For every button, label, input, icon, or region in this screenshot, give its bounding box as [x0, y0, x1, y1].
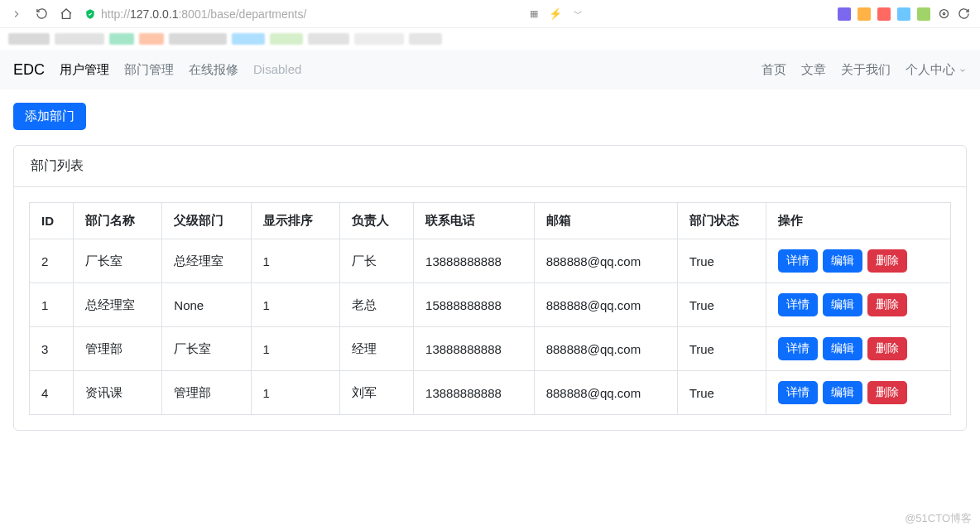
table-cell: True — [677, 283, 766, 327]
table-cell: 888888@qq.com — [534, 283, 677, 327]
table-header-cell: 部门名称 — [74, 203, 162, 239]
table-cell: 管理部 — [162, 371, 251, 415]
table-cell: True — [677, 239, 766, 283]
table-cell: 厂长 — [339, 239, 413, 283]
edit-button[interactable]: 编辑 — [823, 381, 862, 404]
nav-item[interactable]: 部门管理 — [124, 62, 174, 76]
table-cell: 厂长室 — [162, 327, 251, 371]
table-cell: True — [677, 327, 766, 371]
table-cell: 2 — [30, 239, 74, 283]
detail-button[interactable]: 详情 — [778, 249, 818, 273]
edit-button[interactable]: 编辑 — [823, 249, 862, 273]
brand[interactable]: EDC — [13, 61, 45, 79]
action-cell: 详情编辑删除 — [766, 371, 950, 415]
blurred-tabs — [0, 28, 980, 50]
table-header-cell: 联系电话 — [414, 203, 535, 239]
table-cell: None — [162, 283, 251, 327]
nav-item[interactable]: 个人中心 — [906, 62, 967, 78]
add-department-button[interactable]: 添加部门 — [13, 103, 86, 130]
table-row: 1总经理室None1老总15888888888888888@qq.comTrue… — [30, 283, 951, 327]
svg-point-1 — [943, 12, 945, 15]
action-cell: 详情编辑删除 — [766, 283, 950, 327]
detail-button[interactable]: 详情 — [778, 337, 818, 360]
table-cell: 1 — [251, 239, 339, 283]
detail-button[interactable]: 详情 — [778, 381, 818, 404]
table-header-cell: 负责人 — [339, 203, 413, 239]
delete-button[interactable]: 删除 — [867, 337, 907, 360]
nav-item[interactable]: 文章 — [801, 62, 826, 78]
home-icon[interactable] — [60, 7, 73, 21]
table-cell: 厂长室 — [74, 239, 162, 283]
ext-icon[interactable] — [838, 7, 851, 21]
action-cell: 详情编辑删除 — [766, 327, 950, 371]
department-card: 部门列表 ID部门名称父级部门显示排序负责人联系电话邮箱部门状态操作 2厂长室总… — [13, 145, 967, 431]
table-cell: 1 — [251, 283, 339, 327]
chevron-down-icon — [958, 63, 967, 77]
browser-toolbar: http://127.0.0.1:8001/base/departments/ … — [0, 0, 980, 28]
nav-item[interactable]: 用户管理 — [60, 62, 109, 76]
table-cell: 1 — [251, 327, 339, 371]
nav-item[interactable]: 在线报修 — [189, 62, 238, 76]
table-cell: 总经理室 — [162, 239, 251, 283]
table-cell: 888888@qq.com — [534, 371, 677, 415]
table-cell: 刘军 — [339, 371, 413, 415]
table-cell: 13888888888 — [414, 371, 535, 415]
table-header-cell: ID — [30, 203, 74, 239]
chevron-down-icon[interactable]: ﹀ — [574, 7, 583, 20]
detail-button[interactable]: 详情 — [778, 293, 818, 316]
action-cell: 详情编辑删除 — [766, 239, 950, 283]
nav-item[interactable]: 关于我们 — [841, 62, 891, 78]
delete-button[interactable]: 删除 — [867, 381, 907, 404]
ext-icon[interactable] — [877, 7, 891, 21]
ext-icon[interactable] — [917, 7, 930, 21]
table-cell: 经理 — [339, 327, 413, 371]
table-cell: 管理部 — [74, 327, 162, 371]
ext-icon[interactable] — [897, 7, 910, 21]
svg-point-0 — [939, 10, 948, 18]
table-cell: 资讯课 — [74, 371, 162, 415]
bolt-icon: ⚡ — [549, 7, 562, 20]
edit-button[interactable]: 编辑 — [823, 293, 862, 316]
table-cell: 1 — [251, 371, 339, 415]
table-cell: 1 — [30, 283, 74, 327]
table-cell: 4 — [30, 371, 74, 415]
address-bar[interactable]: http://127.0.0.1:8001/base/departments/ — [84, 7, 306, 21]
table-cell: 3 — [30, 327, 74, 371]
edit-button[interactable]: 编辑 — [823, 337, 862, 360]
table-header-cell: 操作 — [766, 203, 950, 239]
delete-button[interactable]: 删除 — [867, 293, 907, 316]
table-row: 3管理部厂长室1经理13888888888888888@qq.comTrue详情… — [30, 327, 951, 371]
table-header-cell: 邮箱 — [534, 203, 677, 239]
table-cell: 13888888888 — [414, 327, 535, 371]
reload-icon[interactable] — [35, 7, 48, 21]
qrcode-icon[interactable]: ▦ — [530, 8, 537, 19]
table-cell: 13888888888 — [414, 239, 535, 283]
table-header-cell: 显示排序 — [251, 203, 339, 239]
url-text: http://127.0.0.1:8001/base/departments/ — [101, 7, 306, 21]
table-row: 2厂长室总经理室1厂长13888888888888888@qq.comTrue详… — [30, 239, 951, 283]
department-table: ID部门名称父级部门显示排序负责人联系电话邮箱部门状态操作 2厂长室总经理室1厂… — [29, 202, 951, 415]
page-content: 添加部门 部门列表 ID部门名称父级部门显示排序负责人联系电话邮箱部门状态操作 … — [0, 89, 980, 444]
ext-icon[interactable] — [858, 7, 871, 21]
table-row: 4资讯课管理部1刘军13888888888888888@qq.comTrue详情… — [30, 371, 951, 415]
delete-button[interactable]: 删除 — [867, 249, 907, 273]
table-header-cell: 父级部门 — [162, 203, 251, 239]
table-cell: 888888@qq.com — [534, 239, 677, 283]
app-navbar: EDC 用户管理部门管理在线报修Disabled 首页文章关于我们个人中心 — [0, 50, 980, 89]
card-title: 部门列表 — [14, 146, 966, 187]
table-cell: 888888@qq.com — [534, 327, 677, 371]
table-cell: 15888888888 — [414, 283, 535, 327]
settings-icon[interactable] — [937, 7, 950, 21]
table-cell: 总经理室 — [74, 283, 162, 327]
nav-item: Disabled — [253, 62, 301, 76]
table-header-row: ID部门名称父级部门显示排序负责人联系电话邮箱部门状态操作 — [30, 203, 951, 239]
table-cell: 老总 — [339, 283, 413, 327]
shield-icon — [84, 8, 96, 20]
undo-icon[interactable] — [957, 7, 970, 21]
table-header-cell: 部门状态 — [677, 203, 766, 239]
forward-icon[interactable] — [10, 7, 23, 21]
table-cell: True — [677, 371, 766, 415]
nav-item[interactable]: 首页 — [761, 62, 786, 78]
